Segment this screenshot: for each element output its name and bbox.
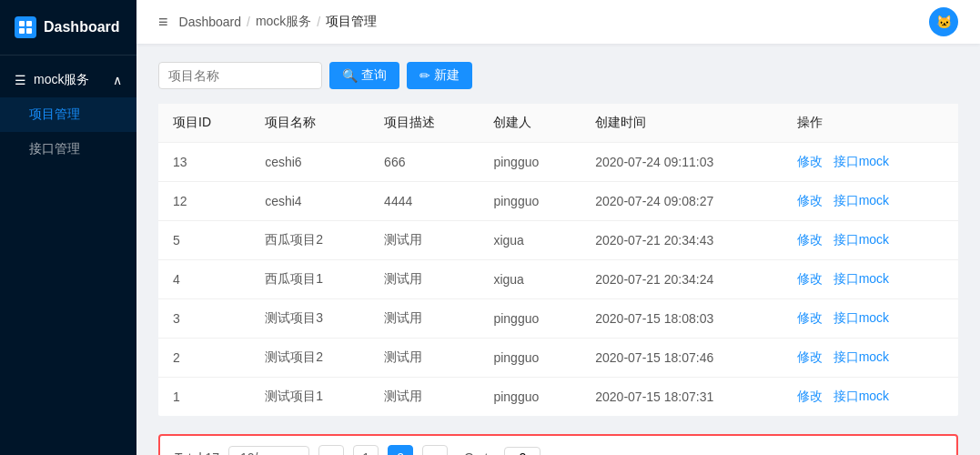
mock-link[interactable]: 接口mock <box>834 389 889 403</box>
col-desc: 项目描述 <box>369 104 479 143</box>
edit-link[interactable]: 修改 <box>797 349 823 364</box>
goto-label: Go to <box>464 450 495 455</box>
header-left: ≡ Dashboard / mock服务 / 项目管理 <box>158 13 377 32</box>
table-header-row: 项目ID 项目名称 项目描述 创建人 创建时间 操作 <box>158 104 958 143</box>
table-row: 12 ceshi4 4444 pingguo 2020-07-24 09:08:… <box>158 182 958 221</box>
breadcrumb-mock[interactable]: mock服务 <box>256 14 311 30</box>
cell-name: 测试项目1 <box>250 378 369 417</box>
page-content: 🔍 查询 ✏ 新建 项目ID 项目名称 项目描述 创建人 创建时间 操作 <box>136 44 980 455</box>
cell-name: ceshi4 <box>250 182 369 221</box>
cell-creator: pingguo <box>479 339 581 378</box>
sidebar-item-project[interactable]: 项目管理 <box>0 97 136 132</box>
pagination-total: Total 17 <box>175 450 219 455</box>
goto-input[interactable] <box>504 447 541 455</box>
cell-creator: pingguo <box>479 299 581 339</box>
table-row: 13 ceshi6 666 pingguo 2020-07-24 09:11:0… <box>158 143 958 182</box>
edit-link[interactable]: 修改 <box>797 271 823 286</box>
breadcrumb-current: 项目管理 <box>326 14 377 30</box>
table-row: 3 测试项目3 测试用 pingguo 2020-07-15 18:08:03 … <box>158 299 958 339</box>
col-creator: 创建人 <box>479 104 581 143</box>
cell-name: ceshi6 <box>250 143 369 182</box>
cell-actions: 修改 接口mock <box>783 339 958 378</box>
cell-actions: 修改 接口mock <box>783 299 958 339</box>
col-created: 创建时间 <box>581 104 782 143</box>
pagination-prev[interactable]: ‹ <box>318 445 344 455</box>
table-row: 5 西瓜项目2 测试用 xigua 2020-07-21 20:34:43 修改… <box>158 221 958 260</box>
pagination-page-1[interactable]: 1 <box>353 445 379 455</box>
mock-link[interactable]: 接口mock <box>834 271 889 286</box>
sidebar-logo[interactable]: Dashboard <box>0 0 136 56</box>
cell-creator: xigua <box>479 221 581 260</box>
table-row: 1 测试项目1 测试用 pingguo 2020-07-15 18:07:31 … <box>158 378 958 417</box>
svg-rect-2 <box>19 28 25 34</box>
cell-desc: 测试用 <box>369 299 479 339</box>
menu-toggle-icon[interactable]: ≡ <box>158 13 168 32</box>
cell-created: 2020-07-15 18:07:31 <box>581 378 782 417</box>
cell-desc: 测试用 <box>369 260 479 299</box>
mock-link[interactable]: 接口mock <box>834 154 889 168</box>
cell-id: 3 <box>158 299 250 339</box>
header: ≡ Dashboard / mock服务 / 项目管理 🐱 <box>136 0 980 44</box>
col-name: 项目名称 <box>250 104 369 143</box>
cell-created: 2020-07-21 20:34:43 <box>581 221 782 260</box>
search-button[interactable]: 🔍 查询 <box>329 62 399 89</box>
cell-id: 5 <box>158 221 250 260</box>
cell-id: 4 <box>158 260 250 299</box>
cell-actions: 修改 接口mock <box>783 260 958 299</box>
pagination-page-2[interactable]: 2 <box>388 445 413 455</box>
col-actions: 操作 <box>783 104 958 143</box>
breadcrumb-dashboard[interactable]: Dashboard <box>179 15 242 29</box>
cell-desc: 测试用 <box>369 221 479 260</box>
svg-rect-1 <box>26 21 32 26</box>
edit-link[interactable]: 修改 <box>797 232 823 247</box>
sidebar-item-api[interactable]: 接口管理 <box>0 132 136 167</box>
search-input[interactable] <box>158 62 322 89</box>
breadcrumb: Dashboard / mock服务 / 项目管理 <box>179 14 378 30</box>
cell-actions: 修改 接口mock <box>783 143 958 182</box>
page-size-select[interactable]: 10/page 20/page 50/page <box>228 446 309 455</box>
cell-creator: pingguo <box>479 143 581 182</box>
cell-desc: 测试用 <box>369 378 479 417</box>
cell-creator: xigua <box>479 260 581 299</box>
data-table-container: 项目ID 项目名称 项目描述 创建人 创建时间 操作 13 ceshi6 666… <box>158 104 958 416</box>
cell-name: 测试项目2 <box>250 339 369 378</box>
cell-actions: 修改 接口mock <box>783 221 958 260</box>
breadcrumb-sep-1: / <box>247 15 250 29</box>
cell-id: 13 <box>158 143 250 182</box>
cell-desc: 测试用 <box>369 339 479 378</box>
edit-link[interactable]: 修改 <box>797 389 823 403</box>
main-content: ≡ Dashboard / mock服务 / 项目管理 🐱 🔍 查询 ✏ 新建 <box>136 0 980 455</box>
sidebar-group-header-mock[interactable]: ☰ mock服务 ∧ <box>0 63 136 97</box>
cell-name: 西瓜项目1 <box>250 260 369 299</box>
edit-link[interactable]: 修改 <box>797 193 823 207</box>
edit-link[interactable]: 修改 <box>797 154 823 168</box>
cell-created: 2020-07-15 18:07:46 <box>581 339 782 378</box>
edit-link[interactable]: 修改 <box>797 310 823 325</box>
mock-link[interactable]: 接口mock <box>834 349 889 364</box>
pagination-bar: Total 17 10/page 20/page 50/page ‹ 1 2 ›… <box>158 434 958 455</box>
mock-icon: ☰ <box>15 73 26 87</box>
cell-name: 西瓜项目2 <box>250 221 369 260</box>
user-avatar[interactable]: 🐱 <box>929 7 958 36</box>
table-row: 2 测试项目2 测试用 pingguo 2020-07-15 18:07:46 … <box>158 339 958 378</box>
cell-desc: 666 <box>369 143 479 182</box>
sidebar: Dashboard ☰ mock服务 ∧ 项目管理 接口管理 <box>0 0 136 455</box>
mock-link[interactable]: 接口mock <box>834 193 889 207</box>
mock-link[interactable]: 接口mock <box>834 232 889 247</box>
breadcrumb-sep-2: / <box>317 15 320 29</box>
cell-actions: 修改 接口mock <box>783 378 958 417</box>
mock-link[interactable]: 接口mock <box>834 310 889 325</box>
cell-desc: 4444 <box>369 182 479 221</box>
pagination-next[interactable]: › <box>422 445 448 455</box>
cell-id: 2 <box>158 339 250 378</box>
svg-rect-0 <box>19 21 25 26</box>
search-icon: 🔍 <box>342 68 358 83</box>
data-table: 项目ID 项目名称 项目描述 创建人 创建时间 操作 13 ceshi6 666… <box>158 104 958 416</box>
new-button[interactable]: ✏ 新建 <box>407 62 472 89</box>
cell-created: 2020-07-24 09:11:03 <box>581 143 782 182</box>
svg-rect-3 <box>26 28 32 34</box>
cell-created: 2020-07-15 18:08:03 <box>581 299 782 339</box>
cell-id: 1 <box>158 378 250 417</box>
sidebar-group-mock: ☰ mock服务 ∧ 项目管理 接口管理 <box>0 56 136 174</box>
table-row: 4 西瓜项目1 测试用 xigua 2020-07-21 20:34:24 修改… <box>158 260 958 299</box>
